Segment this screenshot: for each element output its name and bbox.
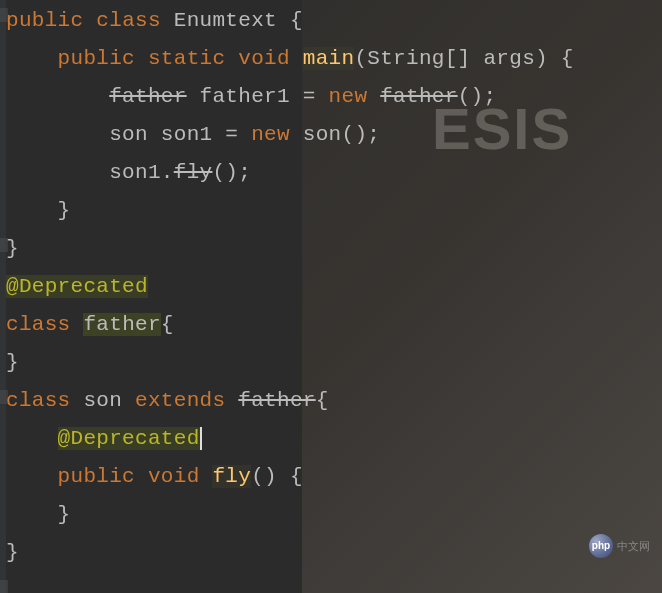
code-line-10[interactable]: } xyxy=(6,344,662,382)
code-line-13[interactable]: public void fly() { xyxy=(6,458,662,496)
gutter-marker xyxy=(0,8,8,22)
gutter-marker xyxy=(0,390,8,404)
param-name: args xyxy=(483,47,535,70)
obj-son1: son1 xyxy=(109,161,161,184)
code-line-7[interactable]: } xyxy=(6,230,662,268)
paren-open: ( xyxy=(354,47,367,70)
keyword-new: new xyxy=(329,85,368,108)
keyword-class: class xyxy=(6,389,71,412)
dot: . xyxy=(161,161,174,184)
op-assign: = xyxy=(225,123,238,146)
keyword-class: class xyxy=(96,9,161,32)
logo-icon: php xyxy=(589,534,613,558)
brace-close: } xyxy=(58,199,71,222)
var-father1: father1 xyxy=(200,85,290,108)
keyword-extends: extends xyxy=(135,389,225,412)
code-line-1[interactable]: public class Enumtext { xyxy=(6,2,662,40)
paren-close: ) xyxy=(535,47,548,70)
code-line-11[interactable]: class son extends father{ xyxy=(6,382,662,420)
type-son: son xyxy=(109,123,148,146)
gutter-marker xyxy=(0,238,8,252)
code-line-9[interactable]: class father{ xyxy=(6,306,662,344)
brace-open: { xyxy=(316,389,329,412)
gutter-marker xyxy=(0,580,8,593)
brace-open: { xyxy=(561,47,574,70)
brace-open: { xyxy=(290,9,303,32)
ctor-son: son xyxy=(303,123,342,146)
class-father: father xyxy=(83,313,160,336)
code-line-15[interactable]: } xyxy=(6,534,662,572)
keyword-public: public xyxy=(58,465,135,488)
code-line-12[interactable]: @Deprecated xyxy=(6,420,662,458)
brace-open: { xyxy=(161,313,174,336)
code-line-3[interactable]: father father1 = new father(); xyxy=(6,78,662,116)
brace-close: } xyxy=(58,503,71,526)
logo-text: 中文网 xyxy=(617,527,650,565)
watermark-logo: php 中文网 xyxy=(589,527,650,565)
class-name: Enumtext xyxy=(174,9,277,32)
stmt-end: (); xyxy=(458,85,497,108)
keyword-static: static xyxy=(148,47,225,70)
brace-close: } xyxy=(6,541,19,564)
stmt-end: (); xyxy=(212,161,251,184)
stmt-end: (); xyxy=(342,123,381,146)
code-line-14[interactable]: } xyxy=(6,496,662,534)
code-line-8[interactable]: @Deprecated xyxy=(6,268,662,306)
op-assign: = xyxy=(303,85,316,108)
code-editor[interactable]: public class Enumtext { public static vo… xyxy=(0,0,662,572)
superclass-father-deprecated: father xyxy=(238,389,315,412)
keyword-public: public xyxy=(58,47,135,70)
keyword-class: class xyxy=(6,313,71,336)
gutter xyxy=(0,0,6,593)
logo-abbr: php xyxy=(592,527,610,565)
code-line-4[interactable]: son son1 = new son(); xyxy=(6,116,662,154)
annotation-deprecated: @Deprecated xyxy=(6,275,148,298)
code-line-2[interactable]: public static void main(String[] args) { xyxy=(6,40,662,78)
keyword-public: public xyxy=(6,9,83,32)
param-type: String[] xyxy=(367,47,470,70)
method-main: main xyxy=(303,47,355,70)
keyword-void: void xyxy=(148,465,200,488)
parens: () xyxy=(251,465,277,488)
var-son1: son1 xyxy=(161,123,213,146)
code-line-5[interactable]: son1.fly(); xyxy=(6,154,662,192)
keyword-new: new xyxy=(251,123,290,146)
type-father-deprecated: father xyxy=(109,85,186,108)
annotation-deprecated: @Deprecated xyxy=(58,427,202,450)
method-fly-deprecated: fly xyxy=(174,161,213,184)
code-line-6[interactable]: } xyxy=(6,192,662,230)
class-son: son xyxy=(83,389,122,412)
ctor-father-deprecated: father xyxy=(380,85,457,108)
brace-open: { xyxy=(290,465,303,488)
keyword-void: void xyxy=(238,47,290,70)
method-fly: fly xyxy=(212,465,251,488)
brace-close: } xyxy=(6,351,19,374)
